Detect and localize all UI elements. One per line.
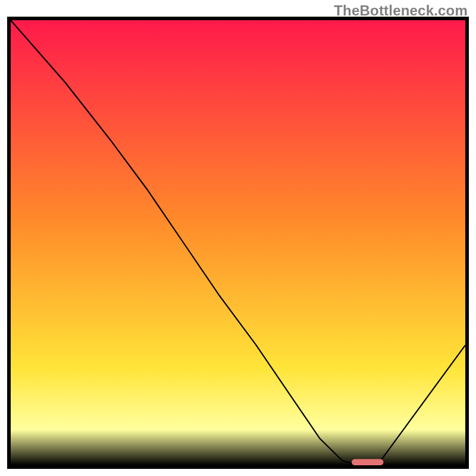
bottleneck-chart <box>11 20 465 465</box>
optimal-marker <box>352 459 383 465</box>
watermark-label: TheBottleneck.com <box>334 2 468 19</box>
chart-plot-area <box>11 20 465 465</box>
gradient-background <box>11 20 465 465</box>
chart-border <box>7 17 469 469</box>
